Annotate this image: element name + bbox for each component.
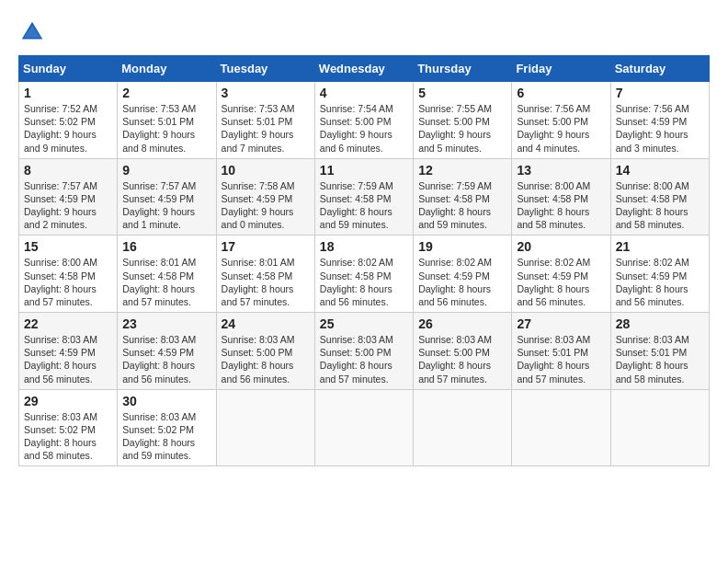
day-info: Sunrise: 8:00 AMSunset: 4:58 PMDaylight:…	[616, 180, 689, 231]
day-info: Sunrise: 8:03 AMSunset: 5:00 PMDaylight:…	[222, 334, 295, 385]
day-info: Sunrise: 8:03 AMSunset: 5:01 PMDaylight:…	[616, 334, 689, 385]
calendar-cell: 11 Sunrise: 7:59 AMSunset: 4:58 PMDaylig…	[314, 158, 413, 236]
day-number: 12	[418, 163, 506, 178]
day-info: Sunrise: 8:03 AMSunset: 5:00 PMDaylight:…	[320, 334, 393, 385]
day-info: Sunrise: 7:53 AMSunset: 5:01 PMDaylight:…	[122, 103, 196, 154]
day-number: 15	[24, 239, 112, 254]
day-number: 29	[24, 394, 112, 408]
calendar-cell	[216, 389, 314, 466]
day-number: 3	[222, 86, 310, 100]
calendar-cell: 30 Sunrise: 8:03 AMSunset: 5:02 PMDaylig…	[118, 389, 216, 466]
calendar-cell	[610, 389, 709, 466]
day-info: Sunrise: 7:57 AMSunset: 4:59 PMDaylight:…	[24, 180, 97, 231]
calendar-week-row: 15 Sunrise: 8:00 AMSunset: 4:58 PMDaylig…	[19, 236, 710, 313]
day-info: Sunrise: 7:56 AMSunset: 4:59 PMDaylight:…	[616, 103, 689, 154]
col-header-thursday: Thursday	[414, 56, 512, 82]
calendar-cell: 19 Sunrise: 8:02 AMSunset: 4:59 PMDaylig…	[414, 236, 512, 313]
calendar-cell: 6 Sunrise: 7:56 AMSunset: 5:00 PMDayligh…	[512, 82, 610, 159]
calendar-cell: 26 Sunrise: 8:03 AMSunset: 5:00 PMDaylig…	[414, 313, 512, 390]
day-info: Sunrise: 7:59 AMSunset: 4:58 PMDaylight:…	[320, 180, 393, 231]
day-number: 14	[616, 163, 704, 178]
calendar-cell: 5 Sunrise: 7:55 AMSunset: 5:00 PMDayligh…	[414, 82, 512, 159]
calendar-cell: 14 Sunrise: 8:00 AMSunset: 4:58 PMDaylig…	[610, 158, 709, 236]
day-number: 2	[122, 86, 210, 100]
day-number: 28	[616, 316, 704, 331]
day-number: 1	[24, 86, 112, 100]
day-info: Sunrise: 8:01 AMSunset: 4:58 PMDaylight:…	[122, 257, 196, 307]
day-info: Sunrise: 7:54 AMSunset: 5:00 PMDaylight:…	[320, 103, 393, 154]
calendar-cell: 2 Sunrise: 7:53 AMSunset: 5:01 PMDayligh…	[118, 82, 216, 159]
day-number: 5	[418, 86, 506, 100]
col-header-tuesday: Tuesday	[216, 56, 314, 82]
calendar-cell: 27 Sunrise: 8:03 AMSunset: 5:01 PMDaylig…	[512, 313, 610, 390]
calendar-cell: 23 Sunrise: 8:03 AMSunset: 4:59 PMDaylig…	[118, 313, 216, 390]
day-info: Sunrise: 7:57 AMSunset: 4:59 PMDaylight:…	[122, 180, 196, 231]
day-number: 9	[122, 163, 210, 178]
calendar-cell: 3 Sunrise: 7:53 AMSunset: 5:01 PMDayligh…	[216, 82, 314, 159]
day-info: Sunrise: 7:56 AMSunset: 5:00 PMDaylight:…	[517, 103, 590, 154]
calendar-cell: 18 Sunrise: 8:02 AMSunset: 4:58 PMDaylig…	[314, 236, 413, 313]
calendar-cell: 25 Sunrise: 8:03 AMSunset: 5:00 PMDaylig…	[314, 313, 413, 390]
day-info: Sunrise: 8:03 AMSunset: 5:01 PMDaylight:…	[517, 334, 590, 385]
calendar-cell: 4 Sunrise: 7:54 AMSunset: 5:00 PMDayligh…	[314, 82, 413, 159]
calendar-week-row: 29 Sunrise: 8:03 AMSunset: 5:02 PMDaylig…	[19, 389, 710, 466]
day-number: 23	[122, 316, 210, 331]
calendar-cell: 13 Sunrise: 8:00 AMSunset: 4:58 PMDaylig…	[512, 158, 610, 236]
day-info: Sunrise: 8:02 AMSunset: 4:59 PMDaylight:…	[418, 257, 492, 307]
col-header-friday: Friday	[512, 56, 610, 82]
calendar-cell	[414, 389, 512, 466]
day-info: Sunrise: 7:58 AMSunset: 4:59 PMDaylight:…	[222, 180, 295, 231]
logo-icon	[18, 18, 46, 46]
calendar-table: SundayMondayTuesdayWednesdayThursdayFrid…	[18, 55, 710, 466]
day-info: Sunrise: 7:53 AMSunset: 5:01 PMDaylight:…	[222, 103, 295, 154]
day-number: 19	[418, 239, 506, 254]
calendar-cell: 21 Sunrise: 8:02 AMSunset: 4:59 PMDaylig…	[610, 236, 709, 313]
calendar-week-row: 1 Sunrise: 7:52 AMSunset: 5:02 PMDayligh…	[19, 82, 710, 159]
day-number: 26	[418, 316, 506, 331]
calendar-cell: 20 Sunrise: 8:02 AMSunset: 4:59 PMDaylig…	[512, 236, 610, 313]
day-info: Sunrise: 7:52 AMSunset: 5:02 PMDaylight:…	[24, 103, 97, 154]
day-number: 24	[222, 316, 310, 331]
day-info: Sunrise: 8:02 AMSunset: 4:59 PMDaylight:…	[517, 257, 590, 307]
day-info: Sunrise: 8:00 AMSunset: 4:58 PMDaylight:…	[24, 257, 97, 307]
day-number: 16	[122, 239, 210, 254]
day-number: 18	[320, 239, 408, 254]
calendar-cell: 16 Sunrise: 8:01 AMSunset: 4:58 PMDaylig…	[118, 236, 216, 313]
calendar-cell: 10 Sunrise: 7:58 AMSunset: 4:59 PMDaylig…	[216, 158, 314, 236]
day-number: 13	[517, 163, 605, 178]
day-info: Sunrise: 7:55 AMSunset: 5:00 PMDaylight:…	[418, 103, 492, 154]
calendar-cell: 28 Sunrise: 8:03 AMSunset: 5:01 PMDaylig…	[610, 313, 709, 390]
calendar-cell: 29 Sunrise: 8:03 AMSunset: 5:02 PMDaylig…	[19, 389, 118, 466]
day-info: Sunrise: 8:02 AMSunset: 4:59 PMDaylight:…	[616, 257, 689, 307]
day-info: Sunrise: 8:03 AMSunset: 5:00 PMDaylight:…	[418, 334, 492, 385]
day-number: 21	[616, 239, 704, 254]
calendar-week-row: 8 Sunrise: 7:57 AMSunset: 4:59 PMDayligh…	[19, 158, 710, 236]
col-header-monday: Monday	[118, 56, 216, 82]
day-info: Sunrise: 8:03 AMSunset: 5:02 PMDaylight:…	[122, 411, 196, 462]
day-info: Sunrise: 8:03 AMSunset: 5:02 PMDaylight:…	[24, 411, 97, 462]
calendar-cell: 12 Sunrise: 7:59 AMSunset: 4:58 PMDaylig…	[414, 158, 512, 236]
calendar-cell: 17 Sunrise: 8:01 AMSunset: 4:58 PMDaylig…	[216, 236, 314, 313]
calendar-week-row: 22 Sunrise: 8:03 AMSunset: 4:59 PMDaylig…	[19, 313, 710, 390]
day-number: 20	[517, 239, 605, 254]
day-number: 25	[320, 316, 408, 331]
col-header-saturday: Saturday	[610, 56, 709, 82]
day-number: 22	[24, 316, 112, 331]
day-number: 11	[320, 163, 408, 178]
day-number: 8	[24, 163, 112, 178]
day-info: Sunrise: 8:01 AMSunset: 4:58 PMDaylight:…	[222, 257, 295, 307]
day-number: 4	[320, 86, 408, 100]
calendar-cell: 15 Sunrise: 8:00 AMSunset: 4:58 PMDaylig…	[19, 236, 118, 313]
day-info: Sunrise: 8:00 AMSunset: 4:58 PMDaylight:…	[517, 180, 590, 231]
calendar-cell	[512, 389, 610, 466]
calendar-cell: 9 Sunrise: 7:57 AMSunset: 4:59 PMDayligh…	[118, 158, 216, 236]
calendar-cell: 22 Sunrise: 8:03 AMSunset: 4:59 PMDaylig…	[19, 313, 118, 390]
calendar-cell: 1 Sunrise: 7:52 AMSunset: 5:02 PMDayligh…	[19, 82, 118, 159]
calendar-cell: 8 Sunrise: 7:57 AMSunset: 4:59 PMDayligh…	[19, 158, 118, 236]
calendar-header-row: SundayMondayTuesdayWednesdayThursdayFrid…	[19, 56, 710, 82]
day-info: Sunrise: 8:02 AMSunset: 4:58 PMDaylight:…	[320, 257, 393, 307]
col-header-sunday: Sunday	[19, 56, 118, 82]
day-info: Sunrise: 8:03 AMSunset: 4:59 PMDaylight:…	[122, 334, 196, 385]
day-number: 27	[517, 316, 605, 331]
header	[18, 18, 710, 46]
